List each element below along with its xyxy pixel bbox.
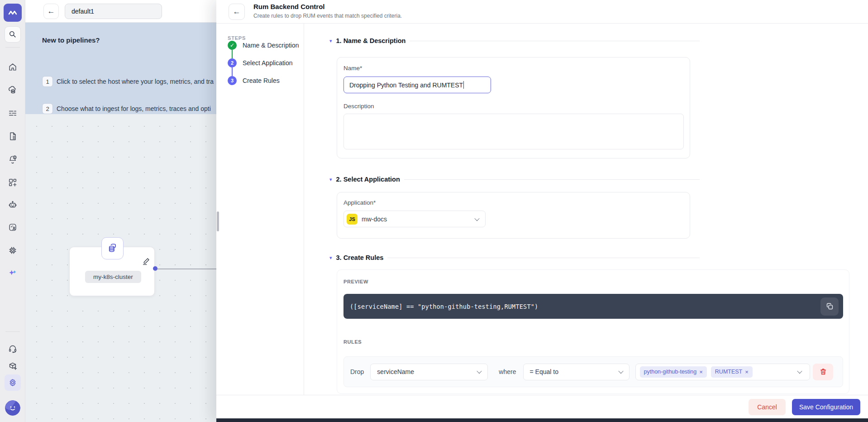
rule-row: Drop serviceName where = Equal to python…	[343, 356, 843, 387]
rule-operator-select[interactable]: = Equal to	[523, 364, 630, 380]
rail-divider	[5, 47, 20, 48]
drawer-subtitle: Create rules to drop RUM events that mat…	[253, 13, 402, 19]
assistant-robot-icon[interactable]	[5, 197, 21, 213]
banner-step-text: Click to select the host where your logs…	[57, 78, 214, 85]
steps-panel: STEPS ✓ Name & Description 2 Select Appl…	[216, 24, 304, 395]
pipeline-tabbar: ← default1	[25, 0, 216, 23]
support-headset-icon[interactable]	[5, 340, 21, 357]
delete-rule-button[interactable]	[813, 364, 833, 380]
chevron-down-icon	[618, 369, 623, 374]
drawer-form: ▾ 1. Name & Description Name* Dropping P…	[304, 24, 868, 395]
step-connector	[232, 67, 233, 76]
step-number-badge: 2	[228, 58, 237, 67]
steps-caption: STEPS	[228, 35, 304, 41]
rule-action-label: Drop	[350, 368, 364, 375]
banner-step-number: 1	[42, 76, 53, 87]
tab-default1[interactable]: default1	[65, 4, 162, 19]
copy-icon	[825, 302, 834, 311]
settings-gear-icon[interactable]	[5, 374, 21, 391]
drawer-header: ← Rum Backend Control Create rules to dr…	[216, 0, 868, 24]
cancel-button[interactable]: Cancel	[749, 399, 786, 415]
drawer-title: Rum Backend Control	[253, 3, 325, 10]
drawer-footer: Cancel Save Configuration	[216, 395, 868, 418]
step-item-name-description[interactable]: ✓ Name & Description	[228, 41, 304, 50]
pipelines-intro-banner: New to pipelines? 1 Click to select the …	[25, 23, 216, 114]
section-rule-line	[404, 179, 700, 180]
app-sidebar	[0, 0, 25, 422]
window-bottom-edge	[216, 418, 868, 422]
step-item-select-application[interactable]: 2 Select Application	[228, 58, 304, 67]
pipelines-icon[interactable]	[5, 105, 21, 121]
node-connection-line	[157, 269, 216, 269]
drawer-back-button[interactable]: ←	[229, 4, 245, 20]
collapse-caret-icon[interactable]: ▾	[329, 255, 332, 260]
sparkle-ai-icon[interactable]	[5, 264, 21, 281]
rule-field-select[interactable]: serviceName	[370, 364, 488, 380]
collapse-caret-icon[interactable]: ▾	[329, 177, 332, 182]
description-label: Description	[343, 103, 374, 110]
search-icon[interactable]	[5, 26, 21, 43]
k8s-cluster-node[interactable]: my-k8s-cluster	[69, 247, 155, 296]
trash-icon	[819, 368, 827, 376]
back-arrow-icon: ←	[233, 7, 241, 16]
text-cursor	[463, 81, 464, 89]
rule-preview-code: ([serviceName] == "python-github-testing…	[343, 294, 843, 319]
brand-logo-icon[interactable]	[4, 4, 22, 22]
remove-tag-icon[interactable]: ×	[699, 369, 703, 375]
infrastructure-icon[interactable]	[5, 82, 21, 98]
integrations-box-icon[interactable]	[5, 358, 21, 374]
rules-card: PREVIEW ([serviceName] == "python-github…	[337, 269, 849, 394]
application-label: Application*	[343, 199, 376, 206]
application-select[interactable]: JS mw-docs	[343, 211, 486, 227]
user-avatar[interactable]	[5, 400, 20, 416]
step-connector	[232, 50, 233, 58]
name-label: Name*	[343, 65, 362, 72]
section-rule-line	[410, 41, 700, 41]
javascript-badge-icon: JS	[347, 214, 358, 225]
application-card: Application* JS mw-docs	[337, 192, 690, 239]
edit-node-pencil-icon[interactable]	[141, 256, 151, 266]
banner-step-text: Choose what to ingest for logs, metrics,…	[57, 105, 211, 112]
chevron-down-icon	[797, 369, 802, 374]
dashboards-add-icon[interactable]	[5, 174, 21, 191]
rule-values-multiselect[interactable]: python-github-testing× RUMTEST×	[635, 364, 810, 380]
rum-backend-control-drawer: ← Rum Backend Control Create rules to dr…	[216, 0, 868, 422]
alerts-bell-icon[interactable]	[5, 151, 21, 168]
name-input[interactable]: Dropping Python Testing and RUMTEST	[343, 77, 491, 93]
step-item-create-rules[interactable]: 3 Create Rules	[228, 76, 304, 85]
banner-step-number: 2	[42, 103, 53, 114]
chevron-down-icon	[474, 216, 479, 221]
pipeline-canvas[interactable]: my-k8s-cluster	[25, 114, 216, 422]
node-output-port[interactable]	[153, 266, 157, 271]
canvas-back-button[interactable]: ←	[43, 4, 59, 19]
step-done-check-icon: ✓	[228, 41, 237, 50]
rule-where-label: where	[499, 368, 516, 375]
banner-heading: New to pipelines?	[42, 36, 100, 44]
processor-icon[interactable]	[5, 242, 21, 259]
rail-divider	[5, 331, 20, 332]
description-textarea[interactable]	[343, 114, 684, 149]
back-arrow-icon: ←	[48, 7, 55, 16]
collapse-caret-icon[interactable]: ▾	[329, 38, 332, 43]
logs-icon[interactable]	[5, 128, 21, 144]
preview-caption: PREVIEW	[343, 279, 368, 284]
copy-button[interactable]	[820, 297, 839, 316]
save-configuration-button[interactable]: Save Configuration	[792, 399, 860, 415]
value-tag: RUMTEST×	[711, 366, 753, 378]
step-number-badge: 3	[228, 76, 237, 85]
section-header-select-application[interactable]: ▾ 2. Select Application	[329, 176, 700, 183]
remove-tag-icon[interactable]: ×	[745, 369, 749, 375]
name-description-card: Name* Dropping Python Testing and RUMTES…	[337, 57, 690, 158]
section-header-create-rules[interactable]: ▾ 3. Create Rules	[329, 254, 700, 261]
node-label: my-k8s-cluster	[85, 271, 141, 283]
value-tag: python-github-testing×	[640, 366, 707, 378]
rules-caption: RULES	[343, 339, 362, 345]
chevron-down-icon	[477, 369, 482, 374]
section-rule-line	[387, 258, 700, 258]
rum-session-icon[interactable]	[5, 219, 21, 235]
cluster-database-icon	[101, 237, 124, 259]
home-icon[interactable]	[5, 59, 21, 75]
section-header-name-description[interactable]: ▾ 1. Name & Description	[329, 37, 700, 44]
